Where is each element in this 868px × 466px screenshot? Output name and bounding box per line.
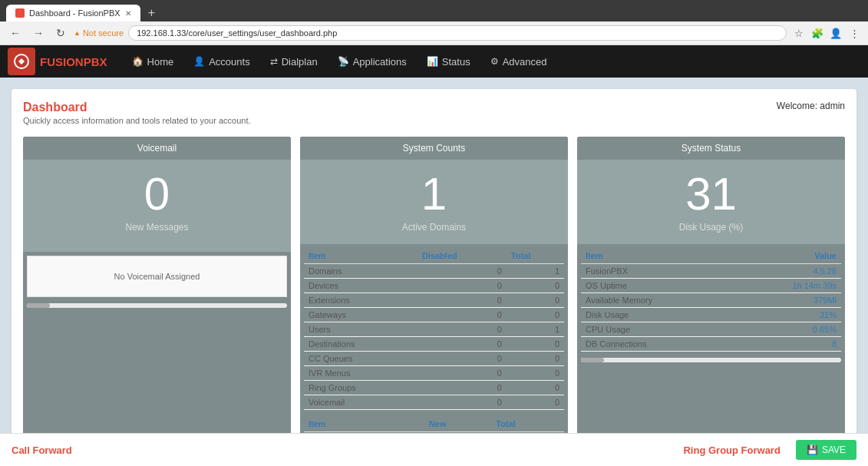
row-total: 1 xyxy=(507,322,564,337)
row-item[interactable]: Gateways xyxy=(304,308,417,322)
address-bar[interactable]: 192.168.1.33/core/user_settings/user_das… xyxy=(128,25,787,41)
bookmark-button[interactable]: ☆ xyxy=(791,25,807,41)
row-item[interactable]: IVR Menus xyxy=(304,366,417,381)
row-total: 0 xyxy=(507,279,564,293)
page-header: Dashboard Quickly access information and… xyxy=(23,101,845,125)
row-disabled: 0 xyxy=(417,308,507,322)
table-row: CPU Usage 0.65% xyxy=(581,322,841,337)
system-counts-panel: System Counts 1 Active Domains Item Disa… xyxy=(300,137,568,458)
browser-chrome: Dashboard - FusionPBX ✕ + ← → ↻ Not secu… xyxy=(0,0,868,45)
navbar: FUSIONPBX 🏠 Home 👤 Accounts ⇄ Dialplan 📡… xyxy=(0,45,868,78)
menu-button[interactable]: ⋮ xyxy=(847,25,862,41)
active-tab[interactable]: Dashboard - FusionPBX ✕ xyxy=(6,5,140,21)
table-row: FusionPBX 4.5.26 xyxy=(581,264,841,279)
row-disabled: 0 xyxy=(417,322,507,337)
row-total: 0 xyxy=(507,352,564,366)
tab-title: Dashboard - FusionPBX xyxy=(29,8,120,18)
row-item[interactable]: Ring Groups xyxy=(304,381,417,395)
msg-col-item: Item xyxy=(304,416,424,432)
system-counts-header: System Counts xyxy=(300,137,568,160)
row-total: 0 xyxy=(507,366,564,381)
disk-usage-number: 31 xyxy=(585,171,837,217)
voicemail-scrollbar[interactable] xyxy=(27,303,287,308)
row-disabled: 0 xyxy=(417,366,507,381)
row-item: Disk Usage xyxy=(581,308,734,322)
row-value: 1h 14m 39s xyxy=(734,279,841,293)
applications-icon: 📡 xyxy=(338,56,349,67)
col-header-item: Item xyxy=(304,248,417,264)
row-disabled: 0 xyxy=(417,337,507,352)
profile-button[interactable]: 👤 xyxy=(828,25,843,41)
back-button[interactable]: ← xyxy=(6,25,25,41)
status-icon: 📊 xyxy=(427,56,438,67)
table-row: Extensions 0 0 xyxy=(304,293,564,308)
table-row: CC Queues 0 0 xyxy=(304,352,564,366)
toolbar-icons: ☆ 🧩 👤 ⋮ xyxy=(791,25,862,41)
advanced-icon: ⚙ xyxy=(490,56,499,67)
ss-col-item: Item xyxy=(581,248,734,264)
row-item: FusionPBX xyxy=(581,264,734,279)
table-row: Available Memory 379Mi xyxy=(581,293,841,308)
table-row: Gateways 0 0 xyxy=(304,308,564,322)
reload-button[interactable]: ↻ xyxy=(52,25,69,41)
voicemail-count-label: New Messages xyxy=(31,222,283,233)
page-title-section: Dashboard Quickly access information and… xyxy=(23,101,251,125)
row-item[interactable]: Extensions xyxy=(304,293,417,308)
nav-item-status[interactable]: 📊 Status xyxy=(417,45,480,78)
nav-item-advanced[interactable]: ⚙ Advanced xyxy=(481,45,556,78)
row-item[interactable]: Domains xyxy=(304,264,417,279)
row-total: 0 xyxy=(507,308,564,322)
browser-toolbar: ← → ↻ Not secure 192.168.1.33/core/user_… xyxy=(0,21,868,45)
main-content: Dashboard Quickly access information and… xyxy=(0,78,868,466)
table-row: Disk Usage 31% xyxy=(581,308,841,322)
system-status-body: 31 Disk Usage (%) xyxy=(577,160,845,244)
nav-item-applications[interactable]: 📡 Applications xyxy=(328,45,416,78)
home-icon: 🏠 xyxy=(132,56,144,67)
nav-item-accounts[interactable]: 👤 Accounts xyxy=(184,45,259,78)
row-total: 1 xyxy=(507,264,564,279)
nav-item-dialplan[interactable]: ⇄ Dialplan xyxy=(261,45,327,78)
system-counts-table: Item Disabled Total Domains 0 1 Devices … xyxy=(304,248,564,410)
row-disabled: 0 xyxy=(417,264,507,279)
table-row: IVR Menus 0 0 xyxy=(304,366,564,381)
system-status-panel: System Status 31 Disk Usage (%) Item Val… xyxy=(577,137,845,458)
nav-item-home[interactable]: 🏠 Home xyxy=(123,45,183,78)
table-row: DB Connections 8 xyxy=(581,337,841,352)
new-tab-button[interactable]: + xyxy=(144,6,160,20)
row-value: 8 xyxy=(734,337,841,352)
row-item[interactable]: Voicemail xyxy=(304,395,417,410)
footer-bar: Call Forward Ring Group Forward SAVE xyxy=(0,433,868,466)
col-header-total: Total xyxy=(507,248,564,264)
row-total: 0 xyxy=(507,337,564,352)
page-title: Dashboard xyxy=(23,101,251,114)
row-total: 0 xyxy=(507,395,564,410)
row-item[interactable]: Destinations xyxy=(304,337,417,352)
page-subtitle: Quickly access information and tools rel… xyxy=(23,116,251,125)
row-item[interactable]: Users xyxy=(304,322,417,337)
table-row: Users 0 1 xyxy=(304,322,564,337)
dashboard-card: Dashboard Quickly access information and… xyxy=(12,89,856,466)
accounts-icon: 👤 xyxy=(193,56,205,67)
active-domains-count: 1 xyxy=(308,171,560,217)
system-status-table-section: Item Value FusionPBX 4.5.26 OS Uptime 1h… xyxy=(577,248,845,352)
row-item[interactable]: CC Queues xyxy=(304,352,417,366)
row-value: 379Mi xyxy=(734,293,841,308)
table-row: Destinations 0 0 xyxy=(304,337,564,352)
row-value: 0.65% xyxy=(734,322,841,337)
row-total: 0 xyxy=(507,381,564,395)
tab-close-button[interactable]: ✕ xyxy=(125,9,131,18)
table-row: Voicemail 0 0 xyxy=(304,395,564,410)
system-status-scrollbar[interactable] xyxy=(581,358,841,362)
forward-button[interactable]: → xyxy=(29,25,48,41)
row-value: 31% xyxy=(734,308,841,322)
voicemail-no-assigned: No Voicemail Assigned xyxy=(27,256,287,297)
save-button[interactable]: SAVE xyxy=(796,440,856,460)
row-item: Available Memory xyxy=(581,293,734,308)
tab-favicon xyxy=(15,8,25,18)
extension-button[interactable]: 🧩 xyxy=(810,25,825,41)
table-row: Devices 0 0 xyxy=(304,279,564,293)
dashboard-grid: Voicemail 0 New Messages No Voicemail As… xyxy=(23,137,845,458)
table-row: OS Uptime 1h 14m 39s xyxy=(581,279,841,293)
row-total: 0 xyxy=(507,293,564,308)
row-item[interactable]: Devices xyxy=(304,279,417,293)
